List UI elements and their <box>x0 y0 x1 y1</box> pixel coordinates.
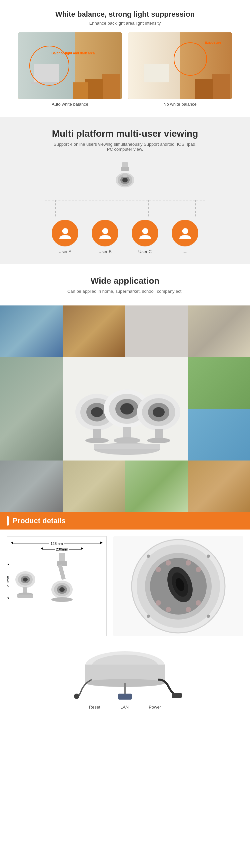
dim-128-row: ◀ 128mm ▶ <box>12 541 101 546</box>
photo-office-content <box>63 461 125 512</box>
wb-right-circle <box>174 42 207 76</box>
svg-point-45 <box>51 597 73 602</box>
connection-lines <box>28 200 222 216</box>
svg-point-44 <box>59 587 65 592</box>
box-small <box>73 82 88 99</box>
photo-yoga <box>0 357 63 461</box>
wb-left-box: Balance light and dark area Auto white b… <box>18 32 122 107</box>
svg-point-28 <box>147 438 170 443</box>
mp-title: Multi platform multi-user viewing <box>13 128 237 139</box>
connector-image <box>7 646 243 700</box>
user-svg-a <box>58 226 73 241</box>
photo-cameras <box>63 357 188 461</box>
photo-family <box>63 305 125 357</box>
user-item-c: User C <box>132 220 158 254</box>
user-svg-d <box>178 226 193 241</box>
svg-rect-21 <box>123 427 131 439</box>
ptz-camera-svg <box>108 162 142 192</box>
user-label-c: User C <box>138 249 152 254</box>
connector-power: Power <box>149 705 161 710</box>
photo-blue <box>188 409 250 461</box>
dome-camera-large-svg <box>128 536 228 636</box>
section-wide-app: Wide application Can be applied in home,… <box>0 264 250 305</box>
user-label-d: ...... <box>181 249 189 254</box>
svg-point-53 <box>156 567 161 572</box>
svg-point-60 <box>196 600 201 606</box>
svg-point-9 <box>142 228 148 234</box>
photo-shelves <box>125 461 188 512</box>
svg-point-56 <box>196 567 201 572</box>
photo-gray <box>125 305 188 357</box>
connector-reset: Reset <box>89 705 100 710</box>
svg-point-59 <box>186 607 191 612</box>
svg-point-54 <box>166 560 171 565</box>
cam-tall-svg <box>42 553 82 603</box>
photo-store-content <box>188 461 250 512</box>
svg-point-10 <box>182 228 188 234</box>
svg-rect-15 <box>93 429 101 439</box>
cameras-svg <box>64 359 187 459</box>
svg-rect-40 <box>58 564 66 580</box>
connector-section: Reset LAN Power <box>0 643 250 716</box>
wb-left-image: Balance light and dark area <box>18 32 122 99</box>
dim-230-row: ◀ 230mm ▶ <box>42 547 82 551</box>
multi-diagram: User A User B User C <box>13 162 237 254</box>
photo-yoga-content <box>0 357 63 461</box>
wb-left-caption: Auto white balance <box>52 102 88 107</box>
wb-right-image: Exposure <box>128 32 232 99</box>
section-multi-platform: Multi platform multi-user viewing Suppor… <box>0 117 250 264</box>
connector-labels: Reset LAN Power <box>7 705 243 710</box>
svg-point-34 <box>23 578 28 582</box>
connector-svg <box>58 646 192 700</box>
svg-point-64 <box>207 615 210 618</box>
svg-rect-30 <box>94 444 160 449</box>
svg-rect-35 <box>23 587 27 593</box>
pd-title: Product details <box>13 517 66 525</box>
dimension-diagram: ◀ 128mm ▶ <box>7 536 107 636</box>
cam-tall-container: ◀ 230mm ▶ <box>42 547 82 603</box>
svg-point-5 <box>122 178 128 182</box>
diagram-cameras: ▲ 210mm ▼ ◀ 230mm <box>12 547 101 603</box>
dim-line-128: ◀ <box>12 544 49 544</box>
product-details-content: ◀ 128mm ▶ <box>0 530 250 643</box>
svg-point-16 <box>85 438 109 443</box>
photo-grocery <box>188 357 250 409</box>
dim-230-label: 230mm <box>56 547 68 551</box>
svg-point-26 <box>153 407 165 417</box>
photo-kitchen <box>188 305 250 357</box>
photo-row-2 <box>0 357 250 461</box>
cam-small-container: ▲ 210mm ▼ <box>12 564 39 603</box>
v-line-user1 <box>55 200 56 216</box>
camera-icon-container <box>108 162 142 193</box>
photo-living-room <box>0 305 63 357</box>
svg-point-61 <box>147 555 150 558</box>
dim-line-128b: ▶ <box>64 544 101 544</box>
orange-bar-decoration <box>7 516 9 526</box>
svg-rect-27 <box>155 429 163 439</box>
laptop-r <box>144 64 169 82</box>
photo-family-content <box>63 305 125 357</box>
wb-subtitle: Enhance backlight area light intensity <box>7 21 243 26</box>
box-r1 <box>212 74 230 99</box>
h-connection-line <box>45 200 205 200</box>
photo-row-1 <box>0 305 250 357</box>
svg-rect-70 <box>118 693 132 700</box>
dim-128-label: 128mm <box>51 541 63 546</box>
photo-women-content <box>0 461 63 512</box>
svg-point-8 <box>102 228 108 234</box>
wb-right-label: Exposure <box>205 40 221 44</box>
wb-title: White balance, strong light suppression <box>7 10 243 19</box>
photo-living-room-content <box>0 305 63 357</box>
svg-point-58 <box>166 607 171 612</box>
svg-rect-1 <box>121 167 129 171</box>
svg-point-14 <box>91 407 103 417</box>
connector-lan: LAN <box>120 705 129 710</box>
svg-point-71 <box>74 693 79 699</box>
v-line-user3 <box>148 200 149 216</box>
wa-subtitle: Can be applied in home, supermarket, sch… <box>7 289 243 294</box>
photo-blue-bg <box>188 409 250 461</box>
svg-point-57 <box>156 600 161 606</box>
svg-point-20 <box>120 403 134 414</box>
svg-rect-6 <box>123 174 127 177</box>
dim-line-230b: ▶ <box>69 549 82 550</box>
